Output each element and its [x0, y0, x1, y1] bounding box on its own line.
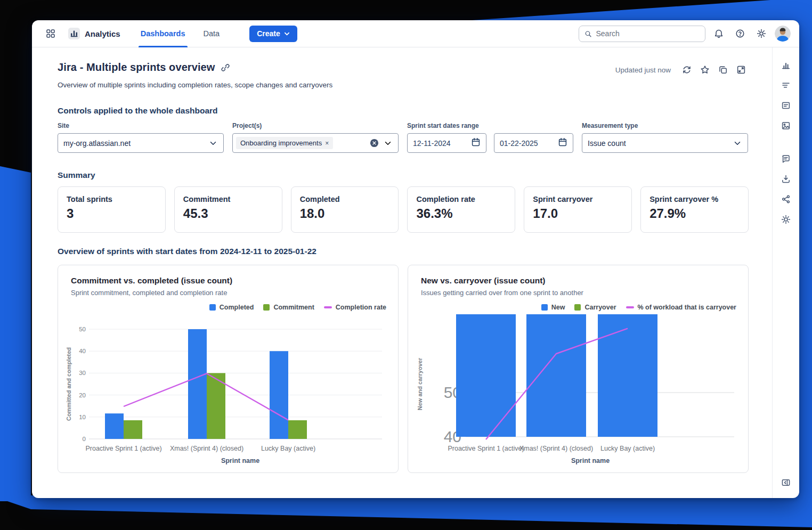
svg-text:Xmas! (Sprint 4) (closed): Xmas! (Sprint 4) (closed) — [170, 445, 243, 452]
legend-swatch — [324, 306, 332, 308]
summary-card-label: Completion rate — [416, 195, 506, 203]
date-to-value: 01-22-2025 — [500, 139, 538, 148]
top-navigation: Analytics Dashboards Data Create — [32, 20, 799, 47]
summary-card-label: Completed — [300, 195, 390, 203]
svg-text:Xmas! (Sprint 4) (closed): Xmas! (Sprint 4) (closed) — [519, 445, 593, 452]
help-icon[interactable] — [732, 26, 748, 42]
app-window: Analytics Dashboards Data Create — [32, 20, 799, 498]
app-switcher-icon[interactable] — [43, 26, 59, 42]
nav-right-cluster — [579, 26, 791, 42]
chart-icon[interactable] — [777, 56, 795, 74]
analytics-logo[interactable]: Analytics — [68, 28, 120, 39]
legend-item: New — [541, 304, 565, 311]
copy-icon[interactable] — [716, 62, 730, 77]
create-button[interactable]: Create — [249, 26, 297, 42]
share-icon[interactable] — [777, 190, 795, 208]
chart-legend: NewCarryover% of workload that is carryo… — [541, 304, 736, 311]
summary-card-label: Commitment — [183, 195, 273, 203]
measurement-label: Measurement type — [582, 122, 748, 129]
legend-label: Completion rate — [336, 304, 386, 311]
summary-card: Sprint carryover % 27.9% — [640, 186, 749, 233]
chevron-down-icon — [208, 138, 218, 148]
settings-icon[interactable] — [777, 210, 795, 229]
chart-subtitle: Issues getting carried over from one spr… — [421, 289, 737, 297]
summary-card: Completion rate 36.3% — [407, 186, 515, 233]
svg-text:Committed and completed: Committed and completed — [66, 347, 72, 421]
image-icon[interactable] — [777, 117, 795, 135]
avatar[interactable] — [775, 26, 791, 42]
legend-swatch — [209, 304, 216, 311]
site-label: Site — [58, 122, 224, 129]
summary-card: Total sprints 3 — [58, 186, 166, 233]
summary-card-label: Sprint carryover % — [649, 195, 740, 203]
search-box[interactable] — [579, 26, 705, 42]
summary-cards: Total sprints 3Commitment 45.3Completed … — [58, 186, 749, 233]
chart-card-carryover: New vs. carryover (issue count) Issues g… — [408, 265, 749, 473]
date-from-input[interactable]: 12-11-2024 — [407, 133, 486, 153]
svg-text:Sprint name: Sprint name — [571, 457, 610, 464]
dashboard-controls: Site my-org.atlassian.net Project(s) Onb… — [58, 122, 749, 153]
tab-data[interactable]: Data — [201, 20, 222, 47]
expand-icon[interactable] — [734, 62, 749, 77]
svg-text:0: 0 — [83, 436, 86, 442]
legend-swatch — [263, 304, 270, 311]
notifications-icon[interactable] — [711, 26, 727, 42]
svg-text:20: 20 — [79, 392, 86, 398]
summary-card-value: 45.3 — [183, 206, 273, 221]
chart-title: New vs. carryover (issue count) — [421, 276, 737, 286]
summary-card-value: 18.0 — [300, 206, 390, 221]
legend-label: % of workload that is carryover — [638, 304, 736, 311]
summary-card: Commitment 45.3 — [174, 186, 282, 233]
summary-card-value: 17.0 — [533, 206, 623, 221]
svg-text:New and carryover: New and carryover — [417, 357, 423, 410]
chip-remove-icon[interactable]: × — [325, 140, 329, 147]
date-from-value: 12-11-2024 — [413, 139, 451, 148]
chevron-down-icon — [284, 31, 290, 37]
legend-item: Completion rate — [324, 304, 386, 311]
site-value: my-org.atlassian.net — [63, 139, 131, 148]
legend-label: Commitment — [273, 304, 314, 311]
site-field: Site my-org.atlassian.net — [58, 122, 224, 153]
refresh-icon[interactable] — [679, 62, 694, 77]
chart-title: Commitment vs. completed (issue count) — [71, 276, 387, 286]
date-to-input[interactable]: 01-22-2025 — [494, 133, 573, 153]
create-button-label: Create — [257, 29, 280, 38]
svg-text:Lucky Bay (active): Lucky Bay (active) — [600, 445, 655, 452]
clear-all-icon[interactable] — [370, 138, 379, 148]
settings-icon[interactable] — [753, 26, 769, 42]
text-card-icon[interactable] — [777, 96, 795, 115]
projects-select[interactable]: Onboarding improvements × — [232, 133, 399, 153]
legend-item: Carryover — [574, 304, 616, 311]
summary-card-value: 27.9% — [649, 206, 740, 221]
date-range-field: Sprint start dates range 12-11-2024 01-2… — [407, 122, 573, 153]
summary-card-label: Total sprints — [67, 195, 157, 203]
star-icon[interactable] — [697, 62, 712, 77]
projects-label: Project(s) — [232, 122, 399, 129]
measurement-select[interactable]: Issue count — [582, 133, 748, 153]
overview-heading: Overview of sprints with start dates fro… — [58, 247, 749, 256]
collapse-panel-icon[interactable] — [777, 474, 795, 492]
summary-card-value: 36.3% — [416, 206, 506, 221]
legend-item: Commitment — [263, 304, 314, 311]
controls-icon[interactable] — [777, 76, 795, 94]
search-input[interactable] — [596, 29, 700, 38]
chart-legend: CompletedCommitmentCompletion rate — [209, 304, 386, 311]
svg-text:Proactive Sprint 1 (active): Proactive Sprint 1 (active) — [448, 445, 524, 452]
legend-label: Completed — [220, 304, 254, 311]
tab-dashboards[interactable]: Dashboards — [139, 20, 188, 47]
copy-link-icon[interactable] — [221, 63, 230, 72]
summary-card-value: 3 — [67, 206, 157, 221]
chart-card-commitment: Commitment vs. completed (issue count) S… — [58, 265, 399, 473]
project-chip[interactable]: Onboarding improvements × — [236, 137, 333, 149]
svg-text:Sprint name: Sprint name — [221, 457, 259, 464]
chevron-down-icon — [383, 138, 393, 148]
comment-icon[interactable] — [777, 150, 795, 168]
legend-item: Completed — [209, 304, 254, 311]
project-chip-label: Onboarding improvements — [240, 139, 322, 147]
legend-swatch — [541, 304, 548, 311]
calendar-icon — [471, 137, 481, 149]
site-select[interactable]: my-org.atlassian.net — [58, 133, 224, 153]
download-icon[interactable] — [777, 170, 795, 188]
svg-text:Proactive Sprint 1 (active): Proactive Sprint 1 (active) — [85, 445, 161, 452]
analytics-logo-icon — [68, 28, 80, 39]
